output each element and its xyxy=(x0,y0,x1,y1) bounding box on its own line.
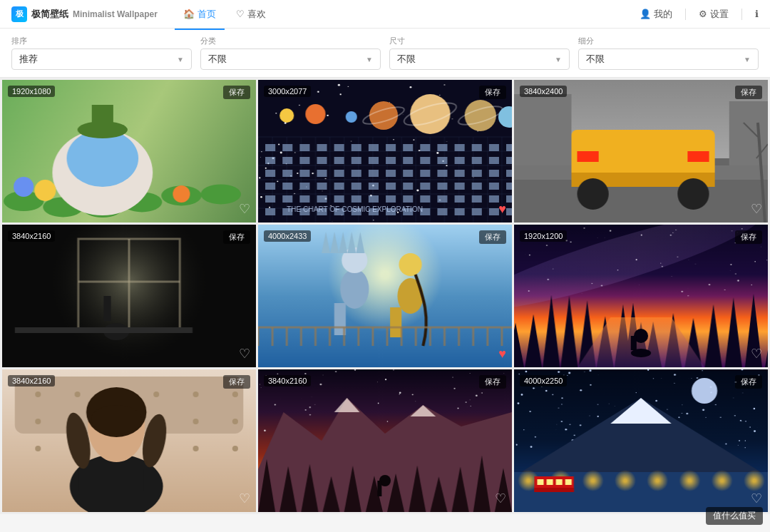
gallery-item[interactable]: 4000x2250 保存 ♡ xyxy=(514,369,768,512)
chevron-down-icon4: ▼ xyxy=(744,56,751,63)
heart-icon: ♡ xyxy=(236,9,245,19)
thumbnail xyxy=(258,369,512,512)
save-button[interactable]: 保存 xyxy=(223,230,250,244)
save-button[interactable]: 保存 xyxy=(735,230,762,244)
filter-bar: 排序 推荐 ▼ 分类 不限 ▼ 尺寸 不限 ▼ 细分 不限 ▼ xyxy=(0,29,770,78)
chevron-down-icon3: ▼ xyxy=(555,56,562,63)
tab-likes-label: 喜欢 xyxy=(247,8,266,21)
like-button[interactable]: ♡ xyxy=(751,346,762,362)
filter-fine-label: 细分 xyxy=(578,36,759,46)
filter-category-label: 分类 xyxy=(200,36,381,46)
filter-fine-value: 不限 xyxy=(586,53,605,66)
gallery-item[interactable]: 1920x1200 保存 ♡ xyxy=(514,225,768,367)
header-right: 👤 我的 ⚙ 设置 ℹ xyxy=(640,8,759,21)
gallery-item[interactable]: 1920x1080 保存 ♡ xyxy=(2,80,256,222)
thumbnail xyxy=(2,369,256,512)
like-button[interactable]: ♥ xyxy=(498,202,506,217)
filter-sort-select[interactable]: 推荐 ▼ xyxy=(11,48,192,70)
tab-home-label: 首页 xyxy=(197,8,216,21)
tab-likes[interactable]: ♡ 喜欢 xyxy=(227,5,274,24)
filter-fine: 细分 不限 ▼ xyxy=(578,36,759,70)
chevron-down-icon: ▼ xyxy=(177,56,184,63)
thumbnail xyxy=(2,225,256,367)
filter-size-select[interactable]: 不限 ▼ xyxy=(389,48,570,70)
gallery-item[interactable]: 3840x2400 保存 ♡ xyxy=(514,80,768,222)
settings-menu[interactable]: ⚙ 设置 xyxy=(699,8,729,21)
filter-sort: 排序 推荐 ▼ xyxy=(11,36,192,70)
resolution-badge: 1920x1080 xyxy=(8,86,55,97)
chevron-down-icon2: ▼ xyxy=(366,56,373,63)
app-logo: 极 极简壁纸 Minimalist Wallpaper xyxy=(11,6,158,22)
divider2 xyxy=(741,9,742,20)
like-button[interactable]: ♡ xyxy=(239,201,250,217)
logo-icon: 极 xyxy=(11,6,27,22)
gallery-item[interactable]: 3840x2160 保存 ♡ xyxy=(258,369,512,512)
gallery-item[interactable]: 3840x2160 保存 ♡ xyxy=(2,225,256,367)
app-subtitle: Minimalist Wallpaper xyxy=(73,9,158,19)
save-button[interactable]: 保存 xyxy=(479,230,506,244)
save-button[interactable]: 保存 xyxy=(479,375,506,389)
gallery-item[interactable]: 4000x2433 保存 ♥ xyxy=(258,225,512,367)
tab-home[interactable]: 🏠 首页 xyxy=(175,5,225,24)
filter-sort-value: 推荐 xyxy=(19,53,38,66)
filter-category-select[interactable]: 不限 ▼ xyxy=(200,48,381,70)
resolution-badge: 4000x2433 xyxy=(264,230,311,242)
my-menu[interactable]: 👤 我的 xyxy=(640,8,672,21)
settings-label: 设置 xyxy=(710,8,729,21)
thumbnail xyxy=(514,80,768,222)
save-button[interactable]: 保存 xyxy=(223,86,250,99)
gear-icon: ⚙ xyxy=(699,9,707,19)
resolution-badge: 3840x2160 xyxy=(8,230,55,242)
divider xyxy=(685,9,686,20)
filter-sort-label: 排序 xyxy=(11,36,192,46)
resolution-badge: 3840x2160 xyxy=(8,375,55,387)
thumbnail xyxy=(258,225,512,367)
save-button[interactable]: 保存 xyxy=(735,86,762,99)
nav-tabs: 🏠 首页 ♡ 喜欢 xyxy=(175,5,274,24)
save-button[interactable]: 保存 xyxy=(479,86,506,99)
gallery-item[interactable]: 3000x2077 保存 ♥ xyxy=(258,80,512,222)
thumbnail xyxy=(514,225,768,367)
filter-size-value: 不限 xyxy=(397,53,416,66)
gallery-grid: 1920x1080 保存 ♡ 3000x2077 保存 ♥ 3840x2400 … xyxy=(0,78,770,514)
info-button[interactable]: ℹ xyxy=(755,9,759,19)
app-name: 极简壁纸 xyxy=(31,8,68,21)
gallery-item[interactable]: 3840x2160 保存 ♡ xyxy=(2,369,256,512)
thumbnail xyxy=(258,80,512,222)
filter-category: 分类 不限 ▼ xyxy=(200,36,381,70)
user-icon: 👤 xyxy=(640,9,651,19)
like-button[interactable]: ♡ xyxy=(239,346,250,362)
filter-size-label: 尺寸 xyxy=(389,36,570,46)
home-icon: 🏠 xyxy=(183,9,195,19)
like-button[interactable]: ♡ xyxy=(495,491,506,506)
thumbnail xyxy=(2,80,256,222)
save-button[interactable]: 保存 xyxy=(735,375,762,389)
filter-fine-select[interactable]: 不限 ▼ xyxy=(578,48,759,70)
resolution-badge: 3840x2160 xyxy=(264,375,311,387)
thumbnail xyxy=(514,369,768,512)
info-icon: ℹ xyxy=(755,9,759,19)
like-button[interactable]: ♡ xyxy=(751,491,762,506)
save-button[interactable]: 保存 xyxy=(223,375,250,389)
resolution-badge: 1920x1200 xyxy=(520,230,567,242)
like-button[interactable]: ♡ xyxy=(239,491,250,506)
resolution-badge: 3840x2400 xyxy=(520,86,567,97)
my-label: 我的 xyxy=(654,8,672,21)
resolution-badge: 4000x2250 xyxy=(520,375,567,387)
app-header: 极 极简壁纸 Minimalist Wallpaper 🏠 首页 ♡ 喜欢 👤 … xyxy=(0,0,770,29)
resolution-badge: 3000x2077 xyxy=(264,86,311,97)
like-button[interactable]: ♡ xyxy=(751,201,762,217)
like-button[interactable]: ♥ xyxy=(498,347,506,362)
filter-category-value: 不限 xyxy=(208,53,227,66)
filter-size: 尺寸 不限 ▼ xyxy=(389,36,570,70)
